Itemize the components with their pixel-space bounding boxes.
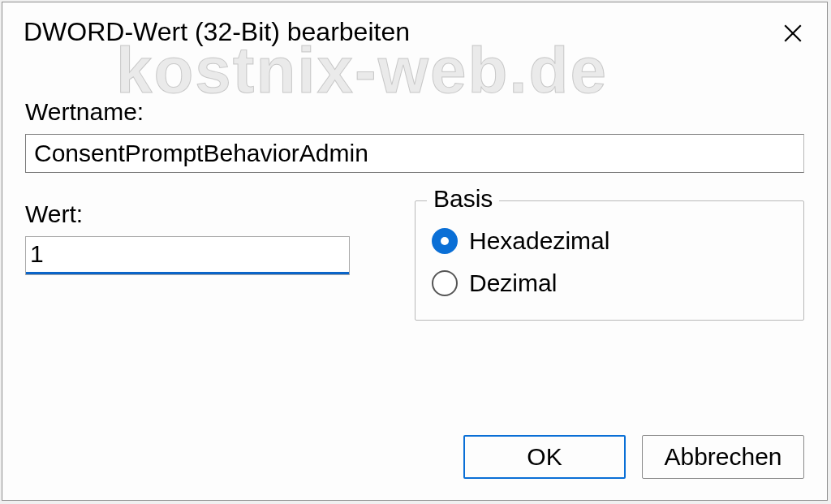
dialog-title: DWORD-Wert (32-Bit) bearbeiten xyxy=(24,17,410,47)
close-icon xyxy=(782,23,803,44)
radio-hexadecimal[interactable]: Hexadezimal xyxy=(432,227,787,255)
value-name-input[interactable] xyxy=(25,134,804,173)
button-row: OK Abbrechen xyxy=(463,435,804,479)
titlebar: DWORD-Wert (32-Bit) bearbeiten xyxy=(2,2,827,50)
cancel-button[interactable]: Abbrechen xyxy=(642,435,804,479)
radio-icon xyxy=(432,270,458,296)
value-label: Wert: xyxy=(25,200,382,228)
dialog-body: Wertname: Wert: Basis Hexadezimal Dezima… xyxy=(2,50,827,321)
radio-label: Dezimal xyxy=(469,269,557,297)
close-button[interactable] xyxy=(777,17,809,50)
radio-decimal[interactable]: Dezimal xyxy=(432,269,787,297)
name-label: Wertname: xyxy=(25,98,804,126)
radio-label: Hexadezimal xyxy=(469,227,609,255)
ok-button[interactable]: OK xyxy=(463,435,626,479)
radio-icon xyxy=(432,228,458,254)
basis-legend: Basis xyxy=(427,185,499,213)
edit-dword-dialog: kostnix-web.de DWORD-Wert (32-Bit) bearb… xyxy=(2,2,828,501)
value-data-input[interactable] xyxy=(25,236,350,275)
basis-group: Basis Hexadezimal Dezimal xyxy=(415,200,804,321)
